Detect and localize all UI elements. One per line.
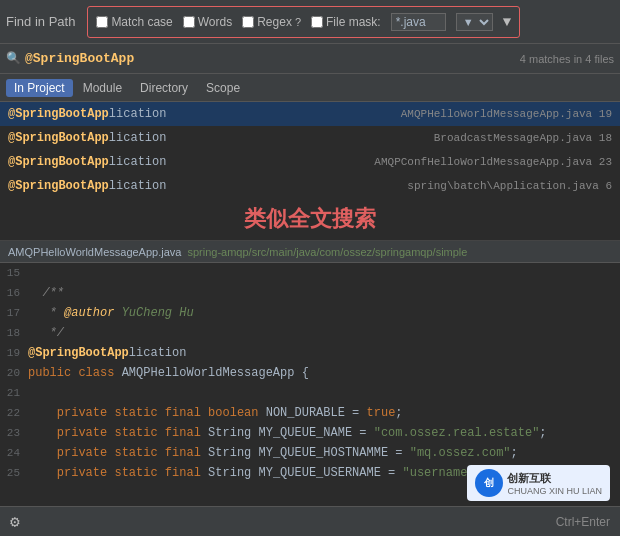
tab-module[interactable]: Module [75, 79, 130, 97]
watermark-brand: 创新互联 [507, 471, 602, 486]
overlay-text: 类似全文搜索 [0, 198, 620, 240]
result-item[interactable]: @SpringBootApplication spring\batch\Appl… [0, 174, 620, 198]
words-checkbox[interactable] [183, 16, 195, 28]
tabs-row: In Project Module Directory Scope [0, 74, 620, 102]
result-item[interactable]: @SpringBootApplication AMQPHelloWorldMes… [0, 102, 620, 126]
code-line-17: 17 * @author YuCheng Hu [0, 303, 620, 323]
preview-path: spring-amqp/src/main/java/com/ossez/spri… [187, 246, 467, 258]
code-header: AMQPHelloWorldMessageApp.java spring-amq… [0, 241, 620, 263]
search-value: @SpringBootApp [25, 51, 134, 66]
code-line-23: 23 private static final String MY_QUEUE_… [0, 423, 620, 443]
tab-directory[interactable]: Directory [132, 79, 196, 97]
code-line-21: 21 [0, 383, 620, 403]
words-label: Words [198, 15, 232, 29]
file-mask-option[interactable]: File mask: [311, 15, 381, 29]
tab-scope[interactable]: Scope [198, 79, 248, 97]
code-line-24: 24 private static final String MY_QUEUE_… [0, 443, 620, 463]
search-row: 🔍 @SpringBootApp 4 matches in 4 files [0, 44, 620, 74]
toolbar: Find in Path Match case Words Regex ? Fi… [0, 0, 620, 44]
options-box: Match case Words Regex ? File mask: ▼ ▼ [87, 6, 520, 38]
regex-label: Regex [257, 15, 292, 29]
match-count: 4 matches in 4 files [520, 53, 614, 65]
find-in-path-title: Find in Path [6, 14, 75, 29]
settings-icon[interactable]: ⚙ [10, 512, 20, 532]
result-item[interactable]: @SpringBootApplication BroadcastMessageA… [0, 126, 620, 150]
code-line-18: 18 */ [0, 323, 620, 343]
match-case-label: Match case [111, 15, 172, 29]
code-line-15: 15 [0, 263, 620, 283]
shortcut-hint: Ctrl+Enter [556, 515, 610, 529]
bottom-bar: ⚙ Ctrl+Enter [0, 506, 620, 536]
code-line-19: 19 @SpringBootApplication [0, 343, 620, 363]
code-body: 15 16 /** 17 * @author YuCheng Hu 18 */ … [0, 263, 620, 483]
regex-option[interactable]: Regex ? [242, 15, 301, 29]
file-mask-checkbox[interactable] [311, 16, 323, 28]
code-line-16: 16 /** [0, 283, 620, 303]
watermark-sub: CHUANG XIN HU LIAN [507, 486, 602, 496]
search-icon: 🔍 [6, 51, 21, 66]
watermark-logo: 创 [475, 469, 503, 497]
match-case-option[interactable]: Match case [96, 15, 172, 29]
preview-filename: AMQPHelloWorldMessageApp.java [8, 246, 181, 258]
file-mask-label: File mask: [326, 15, 381, 29]
code-line-22: 22 private static final boolean NON_DURA… [0, 403, 620, 423]
words-option[interactable]: Words [183, 15, 232, 29]
regex-help-icon: ? [295, 16, 301, 28]
match-case-checkbox[interactable] [96, 16, 108, 28]
search-input[interactable] [134, 51, 516, 66]
regex-checkbox[interactable] [242, 16, 254, 28]
tab-in-project[interactable]: In Project [6, 79, 73, 97]
result-item[interactable]: @SpringBootApplication AMQPConfHelloWorl… [0, 150, 620, 174]
file-mask-dropdown[interactable]: ▼ [456, 13, 493, 31]
results-list: @SpringBootApplication AMQPHelloWorldMes… [0, 102, 620, 198]
file-mask-input[interactable] [391, 13, 446, 31]
code-preview: AMQPHelloWorldMessageApp.java spring-amq… [0, 240, 620, 483]
code-line-20: 20 public class AMQPHelloWorldMessageApp… [0, 363, 620, 383]
watermark: 创 创新互联 CHUANG XIN HU LIAN [467, 465, 610, 501]
filter-icon[interactable]: ▼ [503, 14, 511, 30]
